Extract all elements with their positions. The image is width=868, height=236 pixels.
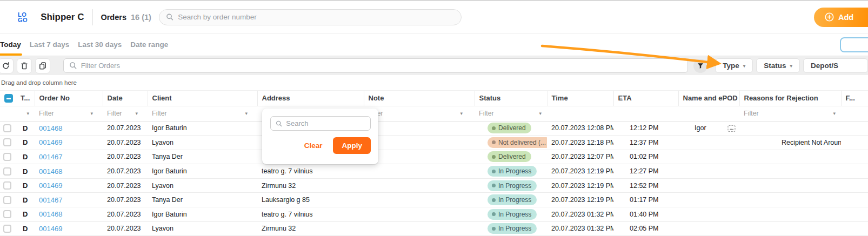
apply-button[interactable]: Apply: [333, 137, 371, 154]
row-checkbox[interactable]: [3, 138, 11, 146]
order-no-filter[interactable]: Filter: [39, 110, 54, 117]
select-all-checkbox[interactable]: [4, 94, 13, 103]
col-header-status[interactable]: Status: [475, 91, 547, 106]
row-checkbox[interactable]: [3, 167, 11, 176]
chevron-down-icon: ▾: [790, 63, 792, 69]
order-search-input[interactable]: [178, 13, 455, 21]
order-link[interactable]: 001468: [39, 124, 62, 132]
column-filter-popup: Clear Apply: [262, 109, 378, 164]
cell-time: 20.07.2023 01:32 PM: [547, 207, 613, 222]
order-link[interactable]: 001469: [39, 138, 62, 146]
status-dot-icon: [492, 184, 496, 187]
chevron-down-icon[interactable]: ▾: [245, 111, 248, 116]
order-search[interactable]: [159, 9, 462, 25]
chevron-down-icon[interactable]: ▾: [135, 111, 138, 116]
orders-page: LOGO Shipper C Orders 16 (1) Add Today L…: [0, 0, 868, 236]
search-icon: [166, 13, 173, 21]
cell-reason: [739, 207, 841, 222]
status-badge: In Progress: [488, 209, 537, 220]
col-header-address[interactable]: Address: [257, 91, 364, 106]
orders-label: Orders: [101, 13, 126, 22]
cell-date: 20.07.2023: [103, 136, 148, 150]
col-header-eta[interactable]: ETA: [613, 91, 678, 106]
row-checkbox[interactable]: [3, 196, 11, 204]
reasons-filter[interactable]: Filter: [744, 110, 759, 117]
order-link[interactable]: 001467: [39, 196, 62, 204]
chevron-down-icon[interactable]: ▾: [833, 111, 836, 116]
chevron-down-icon[interactable]: ▾: [90, 111, 93, 116]
order-link[interactable]: 001468: [39, 167, 62, 176]
table-row[interactable]: D 001468 20.07.2023 Igor Baturin teatro …: [0, 207, 868, 222]
status-dot-icon: [492, 126, 496, 130]
depot-dropdown[interactable]: Depot/S: [803, 58, 868, 73]
refresh-icon: [2, 62, 10, 70]
clear-button[interactable]: Clear: [304, 141, 323, 150]
page-title: Shipper C: [41, 12, 84, 23]
table-row[interactable]: D 001468 20.07.2023 Igor Baturin teatro …: [0, 164, 868, 179]
cell-client: Igor Baturin: [148, 121, 257, 136]
trash-icon: [20, 62, 29, 70]
delete-button[interactable]: [17, 58, 32, 73]
table-row[interactable]: D 001469 20.07.2023 Lyavon Not delivered…: [0, 136, 868, 150]
chevron-down-icon[interactable]: ▾: [539, 111, 542, 116]
column-filter-button[interactable]: [693, 59, 707, 73]
date-filter[interactable]: Filter: [107, 110, 122, 117]
table-row[interactable]: D 001467 20.07.2023 Tanya Der Lauksargio…: [0, 193, 868, 207]
row-checkbox[interactable]: [3, 124, 11, 132]
status-dropdown[interactable]: Status ▾: [756, 58, 800, 73]
col-header-client[interactable]: Client: [148, 91, 257, 106]
row-checkbox[interactable]: [3, 153, 11, 161]
filter-orders-input[interactable]: [81, 62, 682, 70]
col-header-note[interactable]: Note: [364, 91, 475, 106]
settings-chip[interactable]: [840, 37, 868, 52]
col-header-reasons[interactable]: Reasons for Rejection: [739, 91, 841, 106]
cell-time: 20.07.2023 12:18 PM: [547, 136, 613, 150]
cell-note: [364, 121, 475, 136]
status-badge: Not delivered (...: [488, 137, 547, 148]
order-link[interactable]: 001469: [39, 225, 62, 233]
popup-search-input[interactable]: [286, 119, 365, 127]
cell-eta: 01:40 PM: [613, 207, 678, 222]
photo-icon[interactable]: [727, 125, 736, 132]
table-row[interactable]: D 001469 20.07.2023 Lyavon Zirmunu 32 In…: [0, 221, 868, 236]
cell-date: 20.07.2023: [103, 121, 148, 136]
tab-today[interactable]: Today: [0, 34, 21, 55]
row-checkbox[interactable]: [3, 210, 11, 218]
cell-note: [364, 193, 475, 207]
row-checkbox[interactable]: [3, 181, 11, 190]
order-link[interactable]: 001468: [39, 210, 62, 218]
cell-date: 20.07.2023: [103, 164, 148, 179]
date-range-tabs: Today Last 7 days Last 30 days Date rang…: [0, 33, 868, 56]
col-header-date[interactable]: Date: [103, 91, 148, 106]
add-order-button[interactable]: Add: [814, 8, 868, 27]
tab-last-7-days[interactable]: Last 7 days: [30, 34, 70, 55]
tab-date-range[interactable]: Date range: [130, 34, 168, 55]
copy-button[interactable]: [35, 58, 50, 73]
chevron-down-icon[interactable]: ▾: [460, 111, 463, 116]
type-dropdown[interactable]: Type ▾: [715, 58, 753, 73]
client-filter[interactable]: Filter: [152, 110, 167, 117]
row-checkbox[interactable]: [3, 225, 11, 233]
status-filter[interactable]: Filter: [479, 110, 494, 117]
col-header-type[interactable]: T...: [16, 91, 35, 106]
type-filter-caret-icon[interactable]: ▾: [26, 111, 29, 116]
col-header-order-no[interactable]: Order No: [35, 91, 103, 106]
order-link[interactable]: 001469: [39, 181, 62, 190]
cell-client: Lyavon: [148, 221, 257, 236]
group-by-dropzone[interactable]: Drag and drop column here: [0, 75, 868, 91]
col-header-time[interactable]: Time: [547, 91, 613, 106]
col-header-f[interactable]: F...: [841, 91, 868, 106]
tab-last-30-days[interactable]: Last 30 days: [78, 34, 122, 55]
table-row[interactable]: D 001469 20.07.2023 Lyavon Zirmunu 32 In…: [0, 178, 868, 193]
table-filter-row: ▾ Filter▾ Filter▾ Filter▾ Filter▾ Filter…: [0, 106, 868, 121]
col-header-name-epod[interactable]: Name and ePOD: [678, 91, 739, 106]
refresh-button[interactable]: [0, 58, 14, 73]
cell-reason: Recipient Not Around: [739, 136, 841, 150]
orders-count: 16 (1): [131, 13, 151, 22]
table-row[interactable]: D 001468 20.07.2023 Igor Baturin Deliver…: [0, 121, 868, 136]
copy-icon: [38, 62, 47, 70]
table-row[interactable]: D 001467 20.07.2023 Tanya Der Delivered …: [0, 150, 868, 164]
order-link[interactable]: 001467: [39, 153, 62, 161]
filter-orders-search[interactable]: [63, 58, 688, 73]
popup-search[interactable]: [270, 116, 371, 131]
